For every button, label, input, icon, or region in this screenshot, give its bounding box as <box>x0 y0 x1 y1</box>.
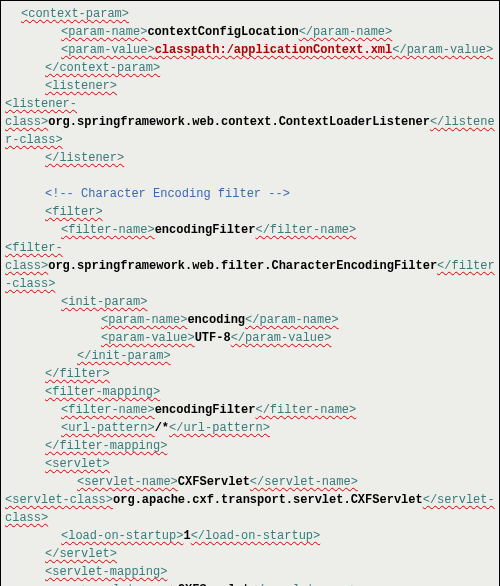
code-token: contextConfigLocation <box>147 25 298 39</box>
code-token: <servlet-class> <box>5 493 113 507</box>
code-token: <init-param> <box>61 295 147 309</box>
code-token: /* <box>155 421 169 435</box>
code-token: <!-- Character Encoding filter --> <box>45 187 290 201</box>
code-token: </url-pattern> <box>169 421 270 435</box>
code-line: </filter-mapping> <box>5 437 495 455</box>
code-token: </param-value> <box>231 331 332 345</box>
code-line: <context-param> <box>5 5 495 23</box>
code-line: <!-- Character Encoding filter --> <box>5 185 495 203</box>
code-line: <filter-class>org.springframework.web.fi… <box>5 239 495 293</box>
code-line: <servlet-mapping> <box>5 563 495 581</box>
code-line: <listener> <box>5 77 495 95</box>
code-token: <filter-name> <box>61 403 155 417</box>
code-token: </param-name> <box>245 313 339 327</box>
code-token: <filter-name> <box>61 223 155 237</box>
code-token: <url-pattern> <box>61 421 155 435</box>
code-line: <init-param> <box>5 293 495 311</box>
code-line: <load-on-startup>1</load-on-startup> <box>5 527 495 545</box>
code-token: UTF-8 <box>195 331 231 345</box>
code-line: </filter> <box>5 365 495 383</box>
code-line <box>5 167 495 185</box>
code-token: <servlet-name> <box>77 475 178 489</box>
code-line: <servlet-name>CXFServlet</servlet-name> <box>5 473 495 491</box>
code-token: <param-name> <box>61 25 147 39</box>
code-line: <listener-class>org.springframework.web.… <box>5 95 495 149</box>
code-token: org.apache.cxf.transport.servlet.CXFServ… <box>113 493 423 507</box>
code-line: <filter-name>encodingFilter</filter-name… <box>5 401 495 419</box>
code-token: <filter-mapping> <box>45 385 160 399</box>
code-token: </init-param> <box>77 349 171 363</box>
code-token: <param-value> <box>101 331 195 345</box>
code-line: <servlet> <box>5 455 495 473</box>
code-token: </param-name> <box>299 25 393 39</box>
code-token: <servlet> <box>45 457 110 471</box>
code-token: CXFServlet <box>178 475 250 489</box>
code-line: <param-value>UTF-8</param-value> <box>5 329 495 347</box>
code-token: </servlet> <box>45 547 117 561</box>
code-line: <filter> <box>5 203 495 221</box>
code-token: </listener> <box>45 151 124 165</box>
code-token: <load-on-startup> <box>61 529 183 543</box>
code-token: encodingFilter <box>155 223 256 237</box>
code-line: <param-name>encoding</param-name> <box>5 311 495 329</box>
code-token: classpath:/applicationContext.xml <box>155 43 393 57</box>
code-token: encoding <box>187 313 245 327</box>
code-line: </context-param> <box>5 59 495 77</box>
code-line: <servlet-class>org.apache.cxf.transport.… <box>5 491 495 527</box>
code-token: <context-param> <box>21 7 129 21</box>
code-token: <servlet-mapping> <box>45 565 167 579</box>
code-token: org.springframework.web.context.ContextL… <box>48 115 430 129</box>
code-token: </servlet-name> <box>250 475 358 489</box>
code-token: encodingFilter <box>155 403 256 417</box>
code-token: <param-name> <box>101 313 187 327</box>
code-token: org.springframework.web.filter.Character… <box>48 259 437 273</box>
code-line: <servlet-name>CXFServlet</servlet-name> <box>5 581 495 586</box>
code-token: </filter-mapping> <box>45 439 167 453</box>
code-line: </listener> <box>5 149 495 167</box>
code-line: <param-name>contextConfigLocation</param… <box>5 23 495 41</box>
code-line: <url-pattern>/*</url-pattern> <box>5 419 495 437</box>
code-token: </filter-name> <box>255 223 356 237</box>
code-token: </filter-name> <box>255 403 356 417</box>
code-token: 1 <box>183 529 190 543</box>
code-line: <filter-name>encodingFilter</filter-name… <box>5 221 495 239</box>
code-token: <param-value> <box>61 43 155 57</box>
code-token: </load-on-startup> <box>191 529 321 543</box>
code-line: <param-value>classpath:/applicationConte… <box>5 41 495 59</box>
code-line: </servlet> <box>5 545 495 563</box>
code-token: </context-param> <box>45 61 160 75</box>
code-token: </param-value> <box>392 43 493 57</box>
code-token: </filter> <box>45 367 110 381</box>
code-line: </init-param> <box>5 347 495 365</box>
code-token: <listener> <box>45 79 117 93</box>
code-line: <filter-mapping> <box>5 383 495 401</box>
code-token: <filter> <box>45 205 103 219</box>
xml-code-block: <context-param><param-name>contextConfig… <box>5 5 495 586</box>
